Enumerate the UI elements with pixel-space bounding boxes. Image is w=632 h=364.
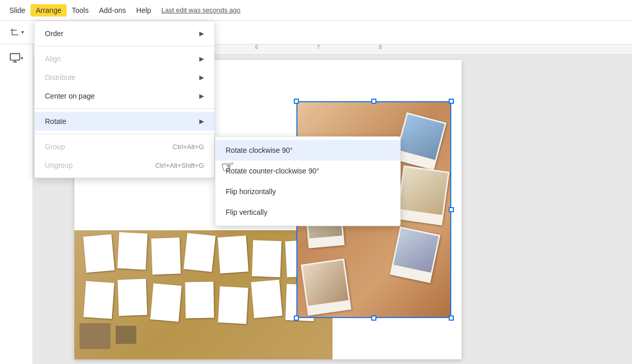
arrange-menu-ungroup: Ungroup Ctrl+Alt+Shift+G bbox=[35, 156, 214, 175]
svg-rect-2 bbox=[10, 54, 20, 60]
order-arrow-icon: ▶ bbox=[199, 30, 204, 37]
center-arrow-icon: ▶ bbox=[199, 92, 204, 100]
handle-bottom-right[interactable] bbox=[449, 315, 454, 321]
menu-separator-2 bbox=[35, 108, 214, 109]
menu-tools[interactable]: Tools bbox=[67, 4, 94, 17]
arrange-menu: Order ▶ Align ▶ Distribute ▶ Center on p… bbox=[34, 21, 215, 178]
handle-bottom-center[interactable] bbox=[371, 315, 376, 321]
menu-separator-3 bbox=[35, 134, 214, 134]
left-strip: ▾ bbox=[0, 44, 33, 364]
rotate-arrow-icon: ▶ bbox=[199, 118, 204, 125]
handle-top-right[interactable] bbox=[449, 99, 454, 104]
distribute-arrow-icon: ▶ bbox=[199, 74, 204, 81]
handle-top-center[interactable] bbox=[371, 99, 376, 104]
align-arrow-icon: ▶ bbox=[199, 55, 204, 62]
cork-board-image[interactable] bbox=[74, 230, 333, 359]
rotate-submenu: Rotate clockwise 90° Rotate counter-cloc… bbox=[215, 136, 401, 226]
rotate-cw-90[interactable]: Rotate clockwise 90° bbox=[215, 140, 400, 161]
last-edit-status: Last edit was seconds ago bbox=[162, 6, 241, 14]
rotate-ccw-90[interactable]: Rotate counter-clockwise 90° bbox=[215, 161, 400, 181]
menu-slide[interactable]: Slide bbox=[4, 4, 30, 17]
arrange-menu-rotate[interactable]: Rotate ▶ bbox=[35, 112, 214, 131]
menubar: Slide Arrange Tools Add-ons Help Last ed… bbox=[0, 0, 632, 21]
crop-dropdown-icon[interactable]: ▾ bbox=[21, 29, 24, 36]
flip-vertical[interactable]: Flip vertically bbox=[215, 202, 400, 223]
menu-help[interactable]: Help bbox=[131, 4, 156, 17]
menu-separator-1 bbox=[35, 46, 214, 46]
arrange-menu-align: Align ▶ bbox=[35, 50, 214, 68]
handle-top-left[interactable] bbox=[294, 99, 299, 104]
handle-middle-right[interactable] bbox=[449, 207, 454, 212]
flip-horizontal[interactable]: Flip horizontally bbox=[215, 181, 400, 202]
menu-addons[interactable]: Add-ons bbox=[94, 4, 131, 17]
crop-button[interactable]: ▾ bbox=[4, 24, 30, 41]
arrange-menu-group: Group Ctrl+Alt+G bbox=[35, 137, 214, 156]
menu-arrange[interactable]: Arrange bbox=[30, 4, 67, 17]
arrange-menu-order[interactable]: Order ▶ bbox=[35, 24, 214, 43]
handle-bottom-left[interactable] bbox=[294, 315, 299, 321]
slide-panel-btn[interactable]: ▾ bbox=[6, 49, 27, 67]
arrange-menu-center[interactable]: Center on page ▶ bbox=[35, 87, 214, 105]
arrange-menu-distribute: Distribute ▶ bbox=[35, 68, 214, 87]
